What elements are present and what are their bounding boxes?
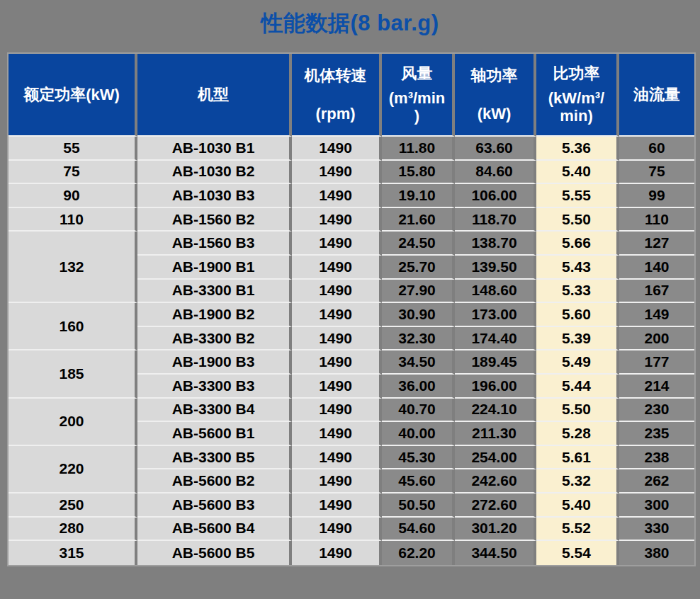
- cell-rpm: 1490: [292, 232, 382, 256]
- cell-specific-power: 5.50: [536, 399, 619, 423]
- header-line: 油流量: [621, 86, 693, 103]
- cell-flow: 30.90: [382, 303, 455, 327]
- cell-flow: 40.70: [382, 399, 455, 423]
- cell-model: AB-3300 B4: [137, 399, 292, 423]
- cell-power: 160: [9, 303, 137, 350]
- cell-oil-flow: 75: [619, 161, 694, 185]
- cell-model: AB-1560 B3: [137, 232, 292, 256]
- cell-shaft-power: 148.60: [455, 280, 536, 304]
- cell-specific-power: 5.39: [536, 327, 619, 351]
- cell-shaft-power: 242.60: [455, 469, 536, 494]
- cell-flow: 15.80: [382, 161, 455, 185]
- cell-rpm: 1490: [292, 541, 382, 565]
- header-cell-oil: 油流量: [619, 54, 694, 137]
- cell-power: 132: [9, 232, 137, 303]
- table-body: 55AB-1030 B1149011.8063.605.366075AB-103…: [9, 137, 694, 565]
- cell-flow: 11.80: [382, 137, 455, 161]
- cell-oil-flow: 149: [619, 303, 694, 327]
- cell-flow: 25.70: [382, 256, 455, 280]
- cell-model: AB-5600 B3: [137, 494, 292, 518]
- cell-power: 280: [9, 518, 137, 542]
- header-line: min): [538, 107, 615, 125]
- cell-oil-flow: 60: [619, 137, 694, 161]
- table-row: 280AB-5600 B4149054.60301.205.52330: [9, 518, 694, 542]
- cell-power: 220: [9, 446, 137, 494]
- header-row: 额定功率(kW)机型机体转速(rpm)风量(m³/min)轴功率(kW)比功率(…: [9, 54, 694, 137]
- cell-shaft-power: 272.60: [455, 494, 536, 518]
- cell-rpm: 1490: [292, 350, 382, 375]
- cell-power: 185: [9, 350, 137, 398]
- performance-table: 额定功率(kW)机型机体转速(rpm)风量(m³/min)轴功率(kW)比功率(…: [7, 52, 696, 566]
- cell-oil-flow: 110: [619, 208, 694, 232]
- cell-shaft-power: 189.45: [455, 350, 536, 375]
- cell-model: AB-3300 B1: [137, 280, 292, 304]
- cell-flow: 45.60: [382, 469, 455, 494]
- cell-flow: 45.30: [382, 446, 455, 470]
- header-cell-model: 机型: [137, 54, 292, 137]
- table-row: 55AB-1030 B1149011.8063.605.3660: [9, 137, 694, 161]
- cell-rpm: 1490: [292, 327, 382, 351]
- cell-rpm: 1490: [292, 161, 382, 185]
- header-cell-specific: 比功率(kW/m³/min): [536, 54, 619, 137]
- cell-specific-power: 5.32: [536, 469, 619, 494]
- cell-shaft-power: 254.00: [455, 446, 536, 470]
- cell-specific-power: 5.60: [536, 303, 619, 327]
- table-row: 200AB-3300 B4149040.70224.105.50230: [9, 399, 694, 423]
- cell-shaft-power: 344.50: [455, 541, 536, 565]
- table-row: 110AB-1560 B2149021.60118.705.50110: [9, 208, 694, 232]
- cell-power: 75: [9, 161, 137, 185]
- cell-rpm: 1490: [292, 208, 382, 232]
- cell-flow: 32.30: [382, 327, 455, 351]
- cell-flow: 24.50: [382, 232, 455, 256]
- table-row: 90AB-1030 B3149019.10106.005.5599: [9, 184, 694, 208]
- cell-shaft-power: 174.40: [455, 327, 536, 351]
- cell-specific-power: 5.36: [536, 137, 619, 161]
- table-row: 315AB-5600 B5149062.20344.505.54380: [9, 541, 694, 565]
- cell-model: AB-5600 B5: [137, 541, 292, 565]
- cell-power: 200: [9, 399, 137, 446]
- cell-model: AB-1900 B2: [137, 303, 292, 327]
- cell-power: 90: [9, 184, 137, 208]
- cell-model: AB-3300 B2: [137, 327, 292, 351]
- header-cell-shaft: 轴功率(kW): [455, 54, 536, 137]
- cell-rpm: 1490: [292, 280, 382, 304]
- cell-model: AB-5600 B4: [137, 518, 292, 542]
- cell-flow: 36.00: [382, 375, 455, 399]
- cell-specific-power: 5.44: [536, 375, 619, 399]
- cell-rpm: 1490: [292, 137, 382, 161]
- cell-oil-flow: 300: [619, 494, 694, 518]
- cell-oil-flow: 140: [619, 256, 694, 280]
- cell-model: AB-1030 B1: [137, 137, 292, 161]
- cell-specific-power: 5.66: [536, 232, 619, 256]
- cell-specific-power: 5.50: [536, 208, 619, 232]
- cell-shaft-power: 196.00: [455, 375, 536, 399]
- cell-shaft-power: 84.60: [455, 161, 536, 185]
- page: 性能数据(8 bar.g) 额定功率(kW)机型机体转速(rpm)风量(m³/m…: [0, 0, 700, 599]
- header-line: ): [383, 107, 451, 125]
- cell-model: AB-5600 B2: [137, 469, 292, 494]
- cell-oil-flow: 230: [619, 399, 694, 423]
- cell-shaft-power: 211.30: [455, 422, 536, 446]
- cell-shaft-power: 139.50: [455, 256, 536, 280]
- cell-model: AB-1560 B2: [137, 208, 292, 232]
- cell-specific-power: 5.40: [536, 161, 619, 185]
- cell-flow: 21.60: [382, 208, 455, 232]
- cell-model: AB-3300 B5: [137, 446, 292, 470]
- cell-specific-power: 5.40: [536, 494, 619, 518]
- table-row: 132AB-1560 B3149024.50138.705.66127: [9, 232, 694, 256]
- cell-oil-flow: 167: [619, 280, 694, 304]
- header-cell-flow: 风量(m³/min): [382, 54, 455, 137]
- cell-power: 55: [9, 137, 137, 161]
- cell-specific-power: 5.43: [536, 256, 619, 280]
- cell-shaft-power: 173.00: [455, 303, 536, 327]
- cell-flow: 19.10: [382, 184, 455, 208]
- cell-shaft-power: 118.70: [455, 208, 536, 232]
- cell-oil-flow: 262: [619, 469, 694, 494]
- cell-model: AB-1900 B1: [137, 256, 292, 280]
- cell-specific-power: 5.54: [536, 541, 619, 565]
- cell-oil-flow: 200: [619, 327, 694, 351]
- cell-shaft-power: 138.70: [455, 232, 536, 256]
- cell-shaft-power: 106.00: [455, 184, 536, 208]
- header-line: (m³/min: [383, 89, 451, 107]
- header-line: 额定功率(kW): [10, 86, 133, 103]
